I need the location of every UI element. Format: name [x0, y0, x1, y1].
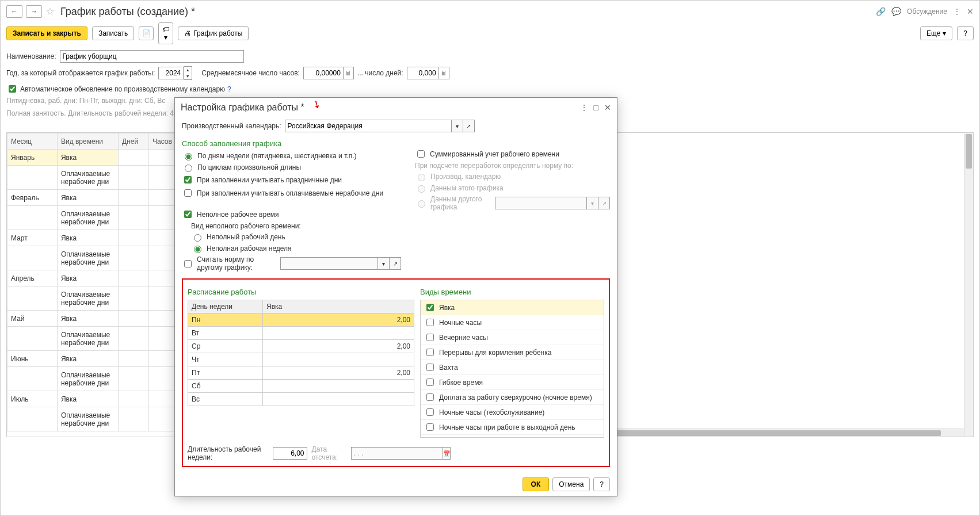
year-down-button[interactable]: ▼ [184, 73, 192, 79]
year-up-button[interactable]: ▲ [184, 67, 192, 73]
auto-update-checkbox[interactable] [9, 85, 16, 93]
radio-by-weekdays[interactable] [185, 153, 192, 160]
weekday-cell[interactable]: Пт [188, 366, 263, 380]
check-parttime[interactable] [184, 211, 192, 218]
time-type-row[interactable]: Явка [421, 300, 604, 315]
week-schedule-table[interactable]: День недели Явка Пн 2,00Вт Ср 2,00Чт Пт … [188, 300, 414, 406]
time-type-row[interactable]: Вечерние часы [421, 330, 604, 345]
modal-kebab-icon[interactable]: ⋮ [580, 103, 588, 112]
weekday-cell[interactable]: Вт [188, 327, 263, 340]
radio-part-week[interactable] [194, 246, 201, 253]
auto-update-help-icon[interactable]: ? [227, 85, 231, 93]
calendar-select[interactable] [285, 120, 452, 132]
modal-maximize-icon[interactable]: □ [594, 103, 598, 112]
modal-close-icon[interactable]: ✕ [604, 103, 611, 112]
calendar-open-button[interactable]: ↗ [463, 120, 475, 132]
month-cell [7, 246, 58, 270]
calendar-dropdown-button[interactable]: ▾ [452, 120, 463, 132]
weekday-cell[interactable]: Ср [188, 340, 263, 353]
weekday-value-cell[interactable] [263, 327, 414, 340]
weekday-cell[interactable]: Чт [188, 353, 263, 366]
type-cell: Оплачиваемые нерабочие дни [57, 286, 118, 311]
time-type-row[interactable]: Вахта [421, 360, 604, 375]
weekday-value-cell[interactable]: 2,00 [263, 314, 414, 327]
time-type-checkbox[interactable] [426, 393, 434, 401]
time-type-checkbox[interactable] [426, 319, 434, 326]
help-button[interactable]: ? [957, 26, 974, 40]
kebab-menu-icon[interactable]: ⋮ [953, 7, 961, 16]
attach-button[interactable]: 📄 [139, 26, 154, 40]
tag-dropdown-button[interactable]: 🏷 ▾ [158, 22, 173, 44]
other-norm-open-button[interactable]: ↗ [390, 257, 401, 270]
time-type-checkbox[interactable] [426, 364, 434, 371]
month-cell: Май [7, 311, 58, 327]
nav-forward-button[interactable]: → [26, 5, 42, 18]
start-date-label: Дата отсчета: [312, 445, 346, 461]
favorite-star-icon[interactable]: ☆ [45, 5, 55, 18]
nav-back-button[interactable]: ← [6, 5, 22, 18]
more-button[interactable]: Еще ▾ [920, 26, 952, 40]
time-type-row[interactable]: Ночные часы при работе сверхурочно [421, 435, 604, 438]
vertical-scrollbar[interactable] [964, 133, 973, 437]
link-icon[interactable]: 🔗 [876, 7, 886, 16]
type-cell: Явка [57, 351, 118, 367]
weekday-cell[interactable]: Вс [188, 393, 263, 406]
print-schedule-button[interactable]: 🖨 График работы [178, 26, 249, 40]
cancel-button[interactable]: Отмена [552, 477, 590, 491]
save-and-close-button[interactable]: Записать и закрыть [6, 26, 87, 40]
time-type-checkbox[interactable] [426, 349, 434, 356]
discussion-icon[interactable]: 💬 [891, 7, 901, 16]
other-schedule-open-button: ↗ [598, 197, 610, 209]
avg-hours-input[interactable] [303, 67, 344, 79]
close-icon[interactable]: ✕ [967, 7, 974, 16]
time-type-row[interactable]: Ночные часы [421, 315, 604, 330]
name-input[interactable] [60, 50, 244, 63]
discussion-label[interactable]: Обсуждение [907, 7, 947, 16]
time-type-checkbox[interactable] [426, 379, 434, 386]
check-holidays-label: При заполнении учитывать праздничные дни [197, 176, 342, 184]
radio-by-cycles[interactable] [185, 165, 192, 172]
weekday-value-cell[interactable]: 2,00 [263, 340, 414, 353]
time-type-checkbox[interactable] [426, 334, 434, 341]
other-norm-dropdown-button[interactable]: ▾ [378, 257, 390, 270]
month-cell: Июнь [7, 351, 58, 367]
days-input[interactable] [407, 67, 439, 79]
type-cell: Явка [57, 190, 118, 206]
week-length-input[interactable] [273, 447, 307, 460]
time-type-checkbox[interactable] [426, 408, 434, 416]
time-type-row[interactable]: Доплата за работу сверхурочно (ночное вр… [421, 390, 604, 405]
weekday-value-cell[interactable]: 2,00 [263, 366, 414, 380]
weekday-value-cell[interactable] [263, 393, 414, 406]
save-button[interactable]: Записать [92, 26, 134, 40]
modal-help-button[interactable]: ? [593, 477, 610, 491]
check-holidays[interactable] [184, 176, 192, 184]
radio-part-day[interactable] [194, 234, 201, 242]
weekday-cell[interactable]: Сб [188, 380, 263, 393]
type-cell: Явка [57, 311, 118, 327]
month-cell [7, 166, 58, 190]
col-presence: Явка [263, 300, 414, 314]
days-cell [118, 190, 148, 206]
time-type-row[interactable]: Гибкое время [421, 375, 604, 390]
type-cell: Явка [57, 391, 118, 407]
time-type-label: Перерывы для кормления ребенка [439, 349, 551, 357]
type-cell: Явка [57, 230, 118, 246]
time-types-list[interactable]: Явка Ночные часы Вечерние часы Перерывы … [420, 300, 604, 438]
type-cell: Оплачиваемые нерабочие дни [57, 166, 118, 190]
ok-button[interactable]: ОК [523, 477, 550, 491]
time-type-row[interactable]: Перерывы для кормления ребенка [421, 345, 604, 360]
time-type-row[interactable]: Ночные часы (техобслуживание) [421, 405, 604, 420]
weekday-value-cell[interactable] [263, 380, 414, 393]
time-type-row[interactable]: Ночные часы при работе в выходной день [421, 420, 604, 435]
check-sum-time[interactable] [417, 150, 425, 158]
time-type-checkbox[interactable] [426, 304, 434, 311]
year-input[interactable] [158, 67, 184, 79]
check-paid-nonwork[interactable] [184, 189, 192, 197]
check-other-norm[interactable] [184, 260, 192, 267]
month-cell [7, 327, 58, 351]
time-type-checkbox[interactable] [426, 423, 434, 431]
type-cell: Оплачиваемые нерабочие дни [57, 327, 118, 351]
calculator-icon: 🖩 [344, 67, 354, 79]
weekday-cell[interactable]: Пн [188, 314, 263, 327]
weekday-value-cell[interactable] [263, 353, 414, 366]
